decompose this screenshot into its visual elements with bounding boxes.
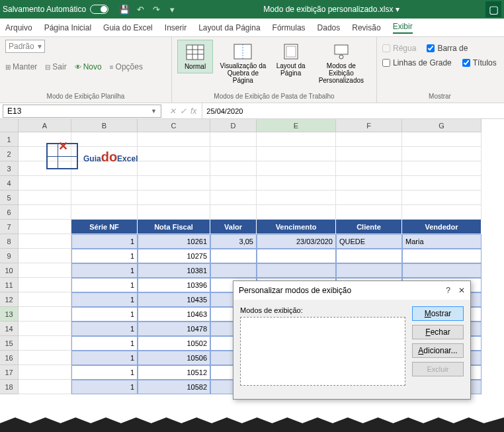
cell[interactable] bbox=[19, 263, 71, 278]
manter-button[interactable]: ⊞ Manter bbox=[5, 61, 37, 73]
row-header-2[interactable]: 2 bbox=[0, 147, 19, 161]
cell[interactable] bbox=[71, 205, 138, 220]
custom-views-button[interactable]: Modos de Exibição Personalizados bbox=[312, 40, 371, 87]
cell[interactable]: 10463 bbox=[138, 307, 210, 322]
cell[interactable] bbox=[19, 205, 71, 220]
cell[interactable] bbox=[19, 234, 71, 249]
novo-button[interactable]: 👁 Novo bbox=[75, 61, 102, 73]
name-box[interactable]: E13▼ bbox=[3, 105, 161, 118]
cell[interactable]: 1 bbox=[71, 380, 138, 394]
cell[interactable]: 1 bbox=[71, 307, 138, 322]
row-header-4[interactable]: 4 bbox=[0, 176, 19, 191]
page-break-view-button[interactable]: Visualização da Quebra de Página bbox=[216, 40, 271, 87]
cell[interactable]: 10502 bbox=[138, 336, 210, 351]
cell[interactable]: 10512 bbox=[138, 365, 210, 380]
row-header-9[interactable]: 9 bbox=[0, 249, 19, 263]
sheet-view-dropdown[interactable]: Padrão▾ bbox=[5, 40, 45, 53]
cell[interactable]: QUEDE bbox=[336, 234, 402, 249]
row-header-1[interactable]: 1 bbox=[0, 132, 19, 147]
autosave-toggle[interactable]: Salvamento Automático bbox=[3, 5, 108, 14]
col-header-C[interactable]: C bbox=[138, 119, 210, 132]
redo-icon[interactable]: ↷ bbox=[151, 4, 161, 15]
tab-inserir[interactable]: Inserir bbox=[165, 23, 187, 32]
cell[interactable]: 10582 bbox=[138, 380, 210, 394]
save-icon[interactable]: 💾 bbox=[119, 4, 130, 15]
tab-pagina-inicial[interactable]: Página Inicial bbox=[44, 23, 91, 32]
cell[interactable] bbox=[402, 249, 482, 263]
cell[interactable] bbox=[402, 191, 482, 205]
cell[interactable]: Vendedor bbox=[402, 220, 482, 234]
fx-icon[interactable]: fx bbox=[190, 107, 196, 116]
add-button[interactable]: Adicionar... bbox=[412, 343, 464, 358]
cell[interactable] bbox=[257, 205, 336, 220]
cell[interactable] bbox=[210, 191, 257, 205]
cell[interactable]: Maria bbox=[402, 234, 482, 249]
row-header-10[interactable]: 10 bbox=[0, 263, 19, 278]
cell[interactable] bbox=[336, 147, 402, 161]
cell[interactable]: 10506 bbox=[138, 351, 210, 365]
cell[interactable] bbox=[138, 191, 210, 205]
col-header-F[interactable]: F bbox=[336, 119, 402, 132]
cell[interactable] bbox=[257, 147, 336, 161]
cell[interactable] bbox=[19, 336, 71, 351]
cell[interactable]: Valor bbox=[210, 220, 257, 234]
cell[interactable] bbox=[19, 191, 71, 205]
cell[interactable] bbox=[402, 147, 482, 161]
cell[interactable] bbox=[402, 176, 482, 191]
toggle-switch[interactable] bbox=[90, 5, 108, 14]
page-layout-button[interactable]: Layout da Página bbox=[273, 40, 309, 79]
cell[interactable] bbox=[257, 263, 336, 278]
cell[interactable] bbox=[19, 380, 71, 394]
cell[interactable] bbox=[336, 161, 402, 176]
cell[interactable] bbox=[71, 191, 138, 205]
cell[interactable] bbox=[210, 249, 257, 263]
cell[interactable]: 3,05 bbox=[210, 234, 257, 249]
tab-exibir[interactable]: Exibir bbox=[393, 22, 413, 34]
row-header-6[interactable]: 6 bbox=[0, 205, 19, 220]
cell[interactable] bbox=[19, 278, 71, 292]
cell[interactable]: Série NF bbox=[71, 220, 138, 234]
formula-input[interactable]: 25/04/2020 bbox=[202, 103, 504, 118]
select-all-corner[interactable] bbox=[0, 119, 19, 132]
dialog-help-icon[interactable]: ? bbox=[446, 286, 450, 295]
cell[interactable] bbox=[138, 205, 210, 220]
cell[interactable] bbox=[402, 205, 482, 220]
cell[interactable] bbox=[257, 191, 336, 205]
cell[interactable] bbox=[257, 161, 336, 176]
cell[interactable] bbox=[19, 351, 71, 365]
cell[interactable]: 23/03/2020 bbox=[257, 234, 336, 249]
cell[interactable]: 10275 bbox=[138, 249, 210, 263]
col-header-A[interactable]: A bbox=[19, 119, 71, 132]
cell[interactable] bbox=[257, 249, 336, 263]
cell[interactable] bbox=[336, 191, 402, 205]
cell[interactable] bbox=[336, 176, 402, 191]
cell[interactable]: 1 bbox=[71, 365, 138, 380]
sair-button[interactable]: ⊟ Sair bbox=[45, 61, 66, 73]
dialog-title-bar[interactable]: Personalizar modos de exibição ? ✕ bbox=[233, 281, 470, 300]
row-header-17[interactable]: 17 bbox=[0, 365, 19, 380]
opcoes-button[interactable]: ≡ Opções bbox=[110, 61, 143, 73]
tab-revisao[interactable]: Revisão bbox=[352, 23, 380, 32]
cell[interactable] bbox=[19, 322, 71, 336]
show-button[interactable]: Mostrar bbox=[412, 306, 464, 321]
cell[interactable] bbox=[19, 365, 71, 380]
cell[interactable]: 1 bbox=[71, 278, 138, 292]
row-header-11[interactable]: 11 bbox=[0, 278, 19, 292]
cell[interactable] bbox=[210, 263, 257, 278]
cell[interactable] bbox=[19, 292, 71, 307]
cell[interactable] bbox=[336, 132, 402, 147]
cell[interactable] bbox=[19, 249, 71, 263]
cell[interactable]: 10478 bbox=[138, 322, 210, 336]
row-header-7[interactable]: 7 bbox=[0, 220, 19, 234]
cell[interactable]: 10396 bbox=[138, 278, 210, 292]
cell[interactable] bbox=[336, 249, 402, 263]
tab-layout[interactable]: Layout da Página bbox=[198, 23, 260, 32]
row-header-12[interactable]: 12 bbox=[0, 292, 19, 307]
undo-icon[interactable]: ↶ bbox=[135, 4, 146, 15]
row-header-13[interactable]: 13 bbox=[0, 307, 19, 322]
cell[interactable]: Cliente bbox=[336, 220, 402, 234]
row-header-3[interactable]: 3 bbox=[0, 161, 19, 176]
cell[interactable]: 1 bbox=[71, 263, 138, 278]
cell[interactable]: 1 bbox=[71, 249, 138, 263]
col-header-B[interactable]: B bbox=[71, 119, 138, 132]
